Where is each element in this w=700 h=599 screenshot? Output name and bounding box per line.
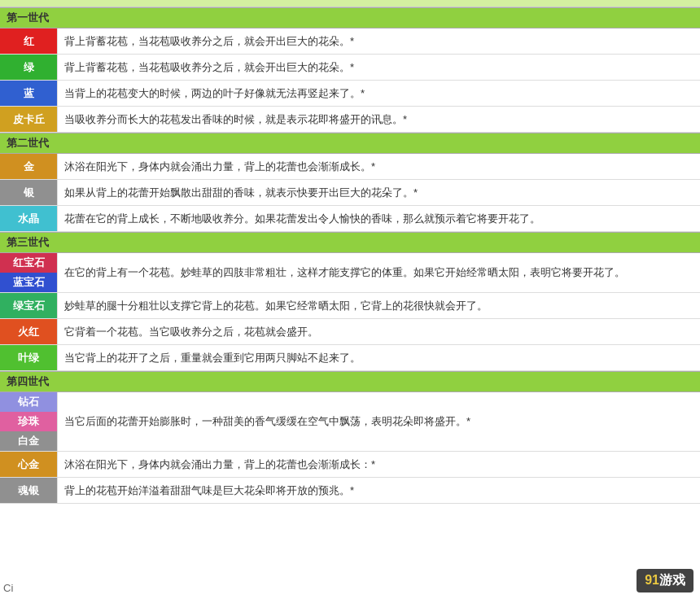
pokemon-label: 水晶 [0,206,57,231]
pokemon-desc: 在它的背上有一个花苞。妙蛙草的四肢非常粗壮，这样才能支撑它的体重。如果它开始经常… [57,253,700,292]
pokemon-row: 叶绿当它背上的花开了之后，重量就会重到它用两只脚站不起来了。 [0,345,700,371]
gen-header-0: 第一世代 [0,7,700,28]
pokemon-label: 白金 [0,431,57,451]
pokemon-desc: 它背着一个花苞。当它吸收养分之后，花苞就会盛开。 [57,319,700,344]
pokemon-desc: 当它后面的花蕾开始膨胀时，一种甜美的香气缓缓在空气中飘荡，表明花朵即将盛开。* [57,392,700,451]
multi-label-col: 钻石珍珠白金 [0,392,57,451]
pokemon-label: 珍珠 [0,412,57,431]
pokemon-desc: 当吸收养分而长大的花苞发出香味的时候，就是表示花即将盛开的讯息。* [57,107,700,132]
pokemon-label: 红 [0,28,57,54]
pokemon-label: 金 [0,154,57,179]
pokemon-desc: 妙蛙草的腿十分粗壮以支撑它背上的花苞。如果它经常晒太阳，它背上的花很快就会开了。 [57,293,700,318]
watermark-text2: 游戏 [659,573,685,587]
pokemon-row: 绿宝石妙蛙草的腿十分粗壮以支撑它背上的花苞。如果它经常晒太阳，它背上的花很快就会… [0,293,700,319]
pokemon-desc: 背上背蓄花苞，当花苞吸收养分之后，就会开出巨大的花朵。* [57,55,700,80]
pokemon-desc: 沐浴在阳光下，身体内就会涌出力量，背上的花蕾也会渐渐成长。* [57,154,700,179]
pokemon-row: 心金沐浴在阳光下，身体内就会涌出力量，背上的花蕾也会渐渐成长：* [0,452,700,478]
pokemon-desc: 如果从背上的花蕾开始飘散出甜甜的香味，就表示快要开出巨大的花朵了。* [57,180,700,205]
pokemon-row: 银如果从背上的花蕾开始飘散出甜甜的香味，就表示快要开出巨大的花朵了。* [0,180,700,206]
pokemon-row: 绿背上背蓄花苞，当花苞吸收养分之后，就会开出巨大的花朵。* [0,55,700,81]
watermark-text: 91 [645,573,659,587]
pokemon-label: 绿 [0,55,57,80]
pokemon-label: 火红 [0,319,57,344]
pokemon-desc: 沐浴在阳光下，身体内就会涌出力量，背上的花蕾也会渐渐成长：* [57,452,700,477]
pokemon-label: 绿宝石 [0,293,57,318]
pokemon-desc: 当它背上的花开了之后，重量就会重到它用两只脚站不起来了。 [57,345,700,370]
gen-header-1: 第二世代 [0,133,700,154]
bottom-logo: Ci [3,582,13,594]
watermark: 91游戏 [637,569,693,592]
pokemon-row: 魂银背上的花苞开始洋溢着甜甜气味是巨大花朵即将开放的预兆。* [0,478,700,504]
pokemon-desc: 背上背蓄花苞，当花苞吸收养分之后，就会开出巨大的花朵。* [57,28,700,54]
pokemon-row: 火红它背着一个花苞。当它吸收养分之后，花苞就会盛开。 [0,319,700,345]
pokemon-label: 心金 [0,452,57,477]
pokemon-label: 魂银 [0,478,57,503]
pokemon-row: 金沐浴在阳光下，身体内就会涌出力量，背上的花蕾也会渐渐成长。* [0,154,700,180]
gen-header-3: 第四世代 [0,371,700,392]
pokemon-row: 钻石珍珠白金当它后面的花蕾开始膨胀时，一种甜美的香气缓缓在空气中飘荡，表明花朵即… [0,392,700,452]
pokemon-row: 皮卡丘当吸收养分而长大的花苞发出香味的时候，就是表示花即将盛开的讯息。* [0,107,700,133]
pokemon-row: 蓝当背上的花苞变大的时候，两边的叶子好像就无法再竖起来了。* [0,81,700,107]
pokemon-label: 钻石 [0,392,57,412]
pokemon-label: 皮卡丘 [0,107,57,132]
pokemon-row: 红背上背蓄花苞，当花苞吸收养分之后，就会开出巨大的花朵。* [0,28,700,55]
pokemon-row: 红宝石蓝宝石在它的背上有一个花苞。妙蛙草的四肢非常粗壮，这样才能支撑它的体重。如… [0,253,700,293]
pokemon-label: 叶绿 [0,345,57,370]
pokemon-desc: 当背上的花苞变大的时候，两边的叶子好像就无法再竖起来了。* [57,81,700,106]
pokemon-row: 水晶花蕾在它的背上成长，不断地吸收养分。如果花蕾发出令人愉快的香味，那么就预示着… [0,206,700,232]
pokemon-desc: 背上的花苞开始洋溢着甜甜气味是巨大花朵即将开放的预兆。* [57,478,700,503]
main-content: 第一世代红背上背蓄花苞，当花苞吸收养分之后，就会开出巨大的花朵。*绿背上背蓄花苞… [0,7,700,504]
pokemon-label: 蓝宝石 [0,273,57,292]
pokemon-label: 红宝石 [0,253,57,273]
gen-header-2: 第三世代 [0,232,700,253]
pokemon-desc: 花蕾在它的背上成长，不断地吸收养分。如果花蕾发出令人愉快的香味，那么就预示着它将… [57,206,700,231]
pokemon-label: 蓝 [0,81,57,106]
title-bar [0,0,700,7]
pokemon-label: 银 [0,180,57,205]
multi-label-col: 红宝石蓝宝石 [0,253,57,292]
